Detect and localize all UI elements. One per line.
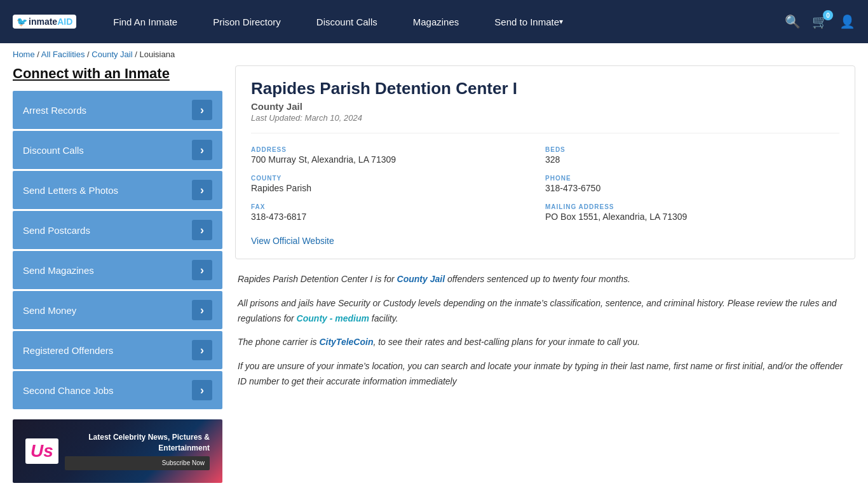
header-icons: 🔍 🛒 0 👤 [785,14,855,29]
address-value: 700 Murray St, Alexandria, LA 71309 [251,154,532,165]
site-header: 🐦 inmateAID Find An Inmate Prison Direct… [0,0,868,43]
phone-label: PHONE [545,175,827,182]
phone-block: PHONE 318-473-6750 [545,170,839,198]
fax-block: FAX 318-473-6817 [251,198,545,227]
sidebar-item-registered-offenders[interactable]: Registered Offenders › [13,331,222,369]
main-content: Rapides Parish Detention Center I County… [235,65,855,483]
phone-value: 318-473-6750 [545,183,827,193]
county-jail-link[interactable]: County Jail [397,274,445,284]
user-icon[interactable]: 👤 [839,14,855,29]
county-label: COUNTY [251,175,532,182]
fax-value: 318-473-6817 [251,212,532,222]
view-website-link[interactable]: View Official Website [251,236,334,246]
logo[interactable]: 🐦 inmateAID [13,15,76,29]
sidebar-item-send-magazines[interactable]: Send Magazines › [13,251,222,289]
mailing-value: PO Box 1551, Alexandria, LA 71309 [545,212,827,222]
ad-content: Latest Celebrity News, Pictures & Entert… [58,432,216,470]
facility-name: Rapides Parish Detention Center I [251,79,839,98]
beds-label: BEDS [545,146,827,153]
nav-send-to-inmate[interactable]: Send to Inmate [477,0,581,43]
sidebar-item-send-money[interactable]: Send Money › [13,291,222,329]
desc-para4: If you are unsure of your inmate’s locat… [238,359,853,390]
main-nav: Find An Inmate Prison Directory Discount… [95,0,785,43]
breadcrumb-all-facilities[interactable]: All Facilities [41,50,85,59]
main-layout: Connect with an Inmate Arrest Records › … [0,65,868,488]
nav-discount-calls[interactable]: Discount Calls [299,0,395,43]
sidebar-item-send-letters[interactable]: Send Letters & Photos › [13,171,222,209]
sidebar-item-send-postcards[interactable]: Send Postcards › [13,211,222,249]
breadcrumb-home[interactable]: Home [13,50,35,59]
nav-prison-directory[interactable]: Prison Directory [195,0,299,43]
mailing-label: MAILING ADDRESS [545,203,827,210]
county-value: Rapides Parish [251,183,532,193]
sidebar: Connect with an Inmate Arrest Records › … [13,65,222,483]
facility-description: Rapides Parish Detention Center I is for… [235,272,855,390]
breadcrumb-state: Louisiana [139,50,175,59]
address-label: ADDRESS [251,146,532,153]
chevron-right-icon: › [192,260,212,280]
mailing-block: MAILING ADDRESS PO Box 1551, Alexandria,… [545,198,839,227]
logo-bird-icon: 🐦 [17,17,27,27]
facility-card: Rapides Parish Detention Center I County… [235,65,855,259]
chevron-right-icon: › [192,100,212,120]
county-medium-link[interactable]: County - medium [297,313,369,323]
chevron-right-icon: › [192,300,212,320]
chevron-right-icon: › [192,180,212,200]
fax-label: FAX [251,203,532,210]
chevron-right-icon: › [192,340,212,360]
chevron-right-icon: › [192,140,212,160]
nav-magazines[interactable]: Magazines [395,0,477,43]
chevron-right-icon: › [192,380,212,400]
beds-value: 328 [545,154,827,165]
facility-type: County Jail [251,101,839,112]
address-block: ADDRESS 700 Murray St, Alexandria, LA 71… [251,141,545,170]
ad-logo: Us [25,438,58,464]
cart-icon[interactable]: 🛒 0 [812,14,828,29]
ad-banner[interactable]: Us Latest Celebrity News, Pictures & Ent… [13,419,222,483]
facility-last-updated: Last Updated: March 10, 2024 [251,113,839,123]
sidebar-item-second-chance-jobs[interactable]: Second Chance Jobs › [13,371,222,409]
desc-para2: All prisons and jails have Security or C… [238,296,853,327]
facility-details: ADDRESS 700 Murray St, Alexandria, LA 71… [251,133,839,227]
breadcrumb-county-jail[interactable]: County Jail [92,50,132,59]
chevron-right-icon: › [192,220,212,240]
ad-subscribe-button[interactable]: Subscribe Now [65,456,210,470]
ad-title: Latest Celebrity News, Pictures & Entert… [65,432,210,454]
nav-find-inmate[interactable]: Find An Inmate [95,0,195,43]
desc-para3: The phone carrier is CityTeleCoin, to se… [238,335,853,350]
search-icon[interactable]: 🔍 [785,14,801,29]
logo-text: inmateAID [29,17,72,27]
desc-para1: Rapides Parish Detention Center I is for… [238,272,853,287]
sidebar-item-discount-calls[interactable]: Discount Calls › [13,131,222,169]
beds-block: BEDS 328 [545,141,839,170]
sidebar-item-arrest-records[interactable]: Arrest Records › [13,91,222,129]
breadcrumb: Home / All Facilities / County Jail / Lo… [0,43,868,65]
sidebar-title: Connect with an Inmate [13,65,222,82]
sidebar-menu: Arrest Records › Discount Calls › Send L… [13,91,222,409]
county-block: COUNTY Rapides Parish [251,170,545,198]
cart-badge: 0 [823,10,833,20]
citytelecoin-link[interactable]: CityTeleCoin [319,337,373,347]
